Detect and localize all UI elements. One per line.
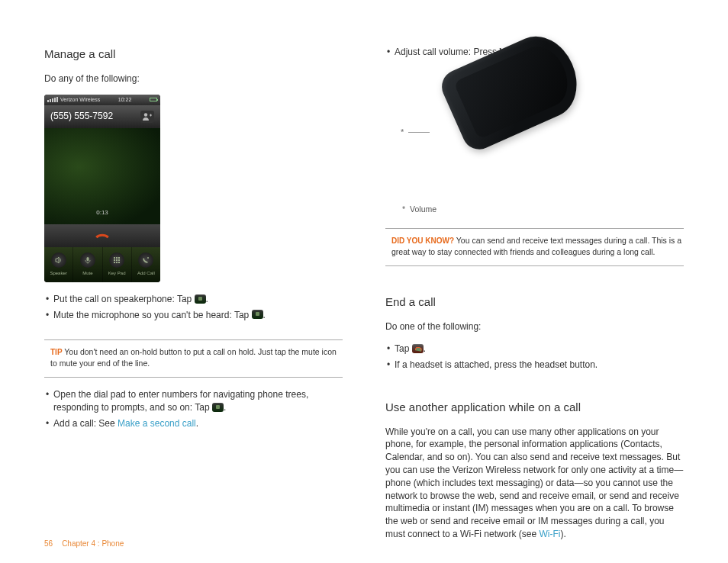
callout-line (408, 132, 430, 133)
page-number: 56 (44, 539, 53, 549)
end-bullets: Tap . If a headset is attached, press th… (385, 343, 684, 375)
manage-bullets-2: Open the dial pad to enter numbers for n… (44, 388, 343, 433)
tip-box: TIP You don't need an on-hold button to … (44, 339, 343, 378)
add-contact-icon (140, 111, 154, 123)
keypad-icon (109, 253, 124, 268)
svg-rect-5 (114, 259, 115, 261)
phone-number-bar: (555) 555-7592 (44, 105, 160, 128)
device-illustration: * (401, 76, 684, 190)
manage-bullets-1: Put the call on speakerphone: Tap . Mute… (44, 293, 343, 325)
svg-point-0 (144, 113, 147, 116)
svg-rect-7 (118, 259, 120, 261)
link-make-second-call[interactable]: Make a second call (118, 418, 196, 429)
keypad-chip-icon (212, 403, 224, 412)
mute-chip-icon (252, 310, 263, 319)
speaker-button: Speaker (44, 247, 73, 282)
svg-rect-2 (114, 257, 115, 259)
signal-icon (47, 97, 58, 102)
mute-icon (80, 253, 95, 268)
bullet-speakerphone: Put the call on speakerphone: Tap . (44, 293, 343, 306)
battery-icon (150, 98, 157, 101)
heading-end-call: End a call (385, 294, 684, 310)
tip-text: You don't need an on-hold button to put … (50, 347, 337, 368)
end-call-chip-icon (412, 344, 424, 353)
bullet-mute: Mute the microphone so you can't be hear… (44, 309, 343, 322)
breadcrumb: Chapter 4 : Phone (62, 539, 124, 549)
speaker-chip-icon (195, 294, 206, 304)
svg-rect-6 (116, 259, 118, 261)
bullet-addcall: Add a call: See Make a second call. (44, 417, 343, 430)
call-body: 0:13 (44, 128, 160, 224)
page-footer: 56 Chapter 4 : Phone (44, 539, 124, 549)
bullet-headset: If a headset is attached, press the head… (385, 359, 684, 372)
keypad-button: Key Pad (103, 247, 132, 282)
dyk-label: DID YOU KNOW? (391, 236, 454, 245)
right-column: Adjust call volume: Press Volume. * *Vol… (385, 46, 684, 550)
mute-button: Mute (73, 247, 102, 282)
phone-status-bar: Verizon Wireless 10:22 (44, 95, 160, 105)
svg-rect-8 (114, 262, 115, 263)
heading-manage-call: Manage a call (44, 46, 343, 62)
svg-rect-1 (86, 257, 89, 261)
speaker-icon (51, 253, 66, 268)
call-timer: 0:13 (96, 208, 108, 217)
hangup-bar (44, 224, 160, 247)
statusbar-time: 10:22 (118, 96, 132, 104)
heading-use-app: Use another application while on a call (385, 399, 684, 415)
phone-screenshot: Verizon Wireless 10:22 (555) 555-7592 0:… (44, 95, 160, 282)
link-wifi[interactable]: Wi-Fi (539, 529, 560, 539)
carrier-label: Verizon Wireless (60, 96, 100, 104)
intro-end: Do one of the following: (385, 320, 684, 333)
bullet-tap-end: Tap . (385, 343, 684, 355)
intro-manage: Do any of the following: (44, 72, 343, 85)
svg-rect-3 (116, 257, 118, 259)
bullet-dialpad: Open the dial pad to enter numbers for n… (44, 388, 343, 414)
call-button-row: Speaker Mute Key Pad Add Call (44, 247, 160, 282)
call-number: (555) 555-7592 (50, 110, 113, 123)
addcall-button: Add Call (132, 247, 160, 282)
left-column: Manage a call Do any of the following: V… (44, 46, 343, 550)
svg-rect-4 (118, 257, 120, 259)
volume-legend: *Volume (402, 204, 684, 215)
svg-rect-10 (118, 262, 120, 263)
did-you-know-box: DID YOU KNOW? You can send and receive t… (385, 228, 684, 266)
addcall-icon (138, 253, 153, 268)
hangup-icon (94, 231, 111, 240)
callout-asterisk: * (401, 127, 404, 138)
tip-label: TIP (50, 348, 63, 356)
svg-rect-9 (116, 262, 118, 263)
use-app-paragraph: While you're on a call, you can use many… (385, 426, 684, 541)
